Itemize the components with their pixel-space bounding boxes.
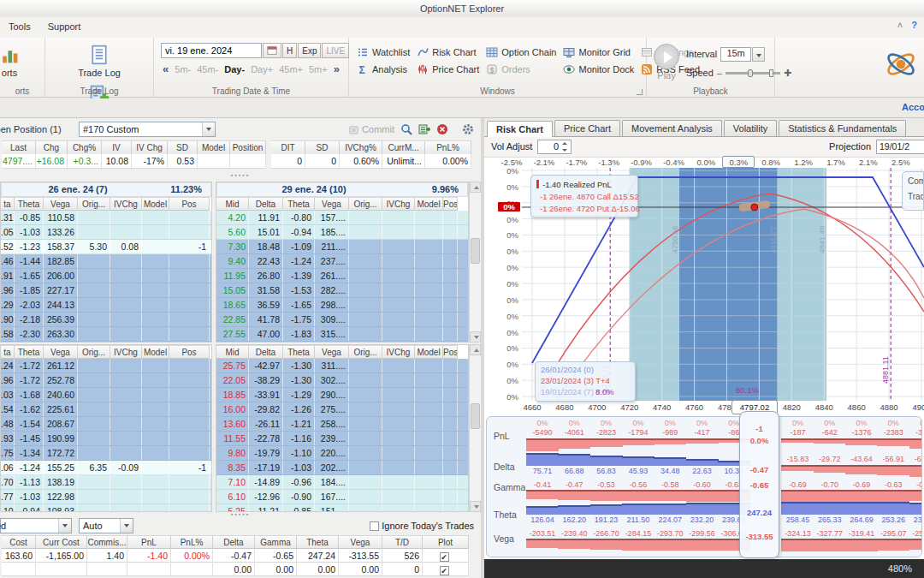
chain-row[interactable]: .31-0.85110.58 <box>1 211 211 225</box>
commit-button[interactable]: Commit <box>348 124 394 135</box>
windows-dialog-launcher-icon[interactable] <box>637 89 643 95</box>
interval-dropdown-icon[interactable] <box>752 47 765 62</box>
column-header[interactable]: Pos <box>443 197 458 211</box>
exp-button[interactable]: Exp <box>298 43 321 58</box>
chain-row[interactable]: .06-1.24155.256.35-0.09-1 <box>1 461 211 475</box>
comm-button[interactable]: Comm <box>908 176 923 186</box>
vol-adjust-spinner[interactable]: 0 <box>537 140 572 154</box>
column-header[interactable]: Delta <box>249 197 283 211</box>
chain-row[interactable]: 15.0531.58-1.53282.... <box>216 283 468 298</box>
chain-row[interactable]: .10-0.94108.93 <box>1 504 211 512</box>
summary-header[interactable]: DIT <box>271 140 305 155</box>
view-mode-combo[interactable]: ed <box>0 518 72 533</box>
play-button[interactable]: Play <box>654 44 679 80</box>
totals-header[interactable]: Delta <box>213 535 255 549</box>
chain-row[interactable]: 7.10-14.89-0.96184.... <box>216 475 468 490</box>
splitter-handle[interactable]: ▪▪▪▪▪ <box>0 173 481 178</box>
chain-row[interactable]: 18.85-33.91-1.29290.... <box>216 388 468 402</box>
summary-header[interactable]: Last <box>2 140 36 155</box>
trade-log-button[interactable]: Trade Log <box>73 40 126 80</box>
time-step-Day+[interactable]: Day+ <box>251 64 273 74</box>
watchlist-button[interactable]: Watchlist <box>354 44 412 61</box>
step-forward-icon[interactable]: » <box>334 63 340 75</box>
reports-button[interactable]: orts <box>0 40 24 80</box>
column-header[interactable]: IVChg <box>382 345 415 359</box>
column-header[interactable]: Vega <box>44 197 78 211</box>
column-header[interactable]: IVChg <box>382 197 415 211</box>
column-header[interactable]: Theta <box>15 345 44 359</box>
chain-row[interactable]: 13.60-26.11-1.21258.... <box>216 417 468 432</box>
totals-header[interactable]: PnL% <box>171 535 213 549</box>
column-header[interactable]: Model <box>415 197 443 211</box>
summary-header[interactable]: CurrM... <box>382 140 425 155</box>
totals-header[interactable]: Commis... <box>87 535 127 549</box>
tab-risk-chart[interactable]: Risk Chart <box>487 121 553 137</box>
time-step-5m+[interactable]: 5m+ <box>309 64 328 74</box>
column-header[interactable]: Vega <box>315 197 349 211</box>
column-header[interactable]: IVChg <box>110 345 142 359</box>
chain-row[interactable]: .03-1.68240.60 <box>1 388 211 402</box>
collapse-ribbon-icon[interactable]: ˄ <box>897 20 903 30</box>
totals-header[interactable]: T/D <box>382 535 423 549</box>
chain-row[interactable]: 18.6536.59-1.65298.... <box>216 298 468 313</box>
column-header[interactable]: Orig... <box>349 345 382 359</box>
column-header[interactable]: Model <box>142 345 169 359</box>
chain-row[interactable]: 11.55-22.78-1.16239.... <box>216 432 468 446</box>
chain-row[interactable]: 5.6015.01-0.94185.... <box>216 225 468 240</box>
orders-button[interactable]: $Orders <box>483 61 559 78</box>
plot-checkbox[interactable]: ✔ <box>440 552 449 562</box>
spinner-arrows-icon[interactable] <box>560 140 570 153</box>
close-position-icon[interactable] <box>436 123 448 135</box>
column-header[interactable]: Pos <box>169 197 210 211</box>
summary-header[interactable]: Position <box>230 140 266 155</box>
chain-row[interactable]: .54-1.62225.61 <box>1 402 211 417</box>
help-icon[interactable]: ? <box>911 20 917 30</box>
chain-row[interactable]: .29-2.03244.13 <box>1 298 211 313</box>
summary-header[interactable]: IV <box>102 140 132 155</box>
chain-row[interactable]: .75-1.34172.72 <box>1 446 211 461</box>
chain-row[interactable]: .46-1.44182.85 <box>1 254 211 269</box>
summary-header[interactable]: Chg% <box>68 140 102 155</box>
column-header[interactable]: Model <box>142 197 169 211</box>
chain-row[interactable]: .70-1.13138.19 <box>1 475 211 490</box>
calendar-icon[interactable] <box>263 43 281 58</box>
chain-row[interactable]: .91-1.65206.00 <box>1 269 211 283</box>
chain-row[interactable]: .05-1.03133.26 <box>1 225 211 240</box>
chain-row[interactable]: .96-1.85227.17 <box>1 283 211 298</box>
column-header[interactable]: Mid <box>216 345 249 359</box>
column-header[interactable]: Vega <box>315 345 349 359</box>
summary-header[interactable]: PnL% <box>425 140 471 155</box>
column-header[interactable]: Theta <box>15 197 44 211</box>
menu-tools[interactable]: Tools <box>0 17 39 35</box>
risk-chart[interactable]: -2.5%-2.1%-1.7%-1.3%-0.9%-0.4%0.0%0.3%0.… <box>484 158 924 416</box>
totals-header[interactable]: PnL <box>127 535 171 549</box>
strategy-combo[interactable]: #170 Custom <box>79 122 216 137</box>
export-icon[interactable] <box>418 123 430 135</box>
chain-row[interactable]: 22.8541.78-1.75309.... <box>216 313 468 327</box>
chain-row[interactable]: 16.00-29.82-1.26275.... <box>216 402 468 417</box>
scrollbar-thumb[interactable] <box>471 238 480 264</box>
scrollbar-thumb[interactable] <box>471 403 480 429</box>
auto-combo[interactable]: Auto <box>79 518 133 533</box>
column-header[interactable]: Mid <box>216 197 249 211</box>
projection-date-input[interactable]: 19/01/2 <box>876 140 924 154</box>
trade-button[interactable]: Trade <box>908 192 923 201</box>
chain-row[interactable]: 11.9526.80-1.39261.... <box>216 269 468 283</box>
analysis-button[interactable]: ΣAnalysis <box>354 61 412 78</box>
totals-header[interactable]: Cost <box>2 535 36 549</box>
step-back-icon[interactable]: « <box>163 63 169 75</box>
chain-row[interactable]: .77-1.03122.98 <box>1 490 211 504</box>
monitor-grid-button[interactable]: Monitor Grid <box>560 44 637 61</box>
chain-row[interactable]: .58-2.30263.30 <box>1 327 211 342</box>
summary-header[interactable]: Chg <box>36 140 68 155</box>
column-header[interactable]: Theta <box>283 197 315 211</box>
column-header[interactable]: Model <box>415 345 443 359</box>
history-button[interactable]: H <box>282 43 297 58</box>
chain-row[interactable]: 6.10-12.96-0.90167.... <box>216 490 468 504</box>
summary-header[interactable]: IVChg% <box>340 140 382 155</box>
chain-row[interactable]: 9.80-19.79-1.10220.... <box>216 446 468 461</box>
column-header[interactable]: ta <box>1 345 15 359</box>
summary-header[interactable]: IV Chg <box>132 140 168 155</box>
strategy-combo-arrow-icon[interactable] <box>202 122 215 136</box>
chain-row[interactable]: 25.75-42.97-1.30311.... <box>216 359 468 373</box>
